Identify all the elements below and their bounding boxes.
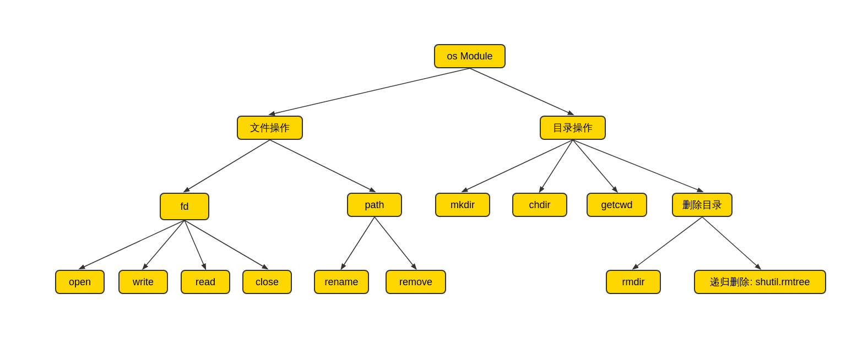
node-remove: remove	[386, 270, 446, 294]
svg-line-8	[80, 220, 185, 269]
svg-line-14	[633, 217, 702, 269]
svg-line-2	[185, 140, 270, 192]
svg-line-15	[702, 217, 760, 269]
node-file_ops: 文件操作	[237, 116, 303, 140]
node-chdir: chdir	[512, 193, 567, 217]
node-open: open	[55, 270, 105, 294]
node-dir_ops: 目录操作	[540, 116, 606, 140]
svg-line-6	[573, 140, 617, 192]
node-write: write	[118, 270, 168, 294]
node-rmdir: rmdir	[606, 270, 661, 294]
svg-line-10	[185, 220, 205, 269]
svg-line-12	[341, 217, 375, 269]
node-fd: fd	[160, 193, 209, 220]
node-mkdir: mkdir	[435, 193, 490, 217]
node-recursive_delete: 递归删除: shutil.rmtree	[694, 270, 826, 294]
node-rename: rename	[314, 270, 369, 294]
svg-line-7	[573, 140, 702, 192]
node-getcwd: getcwd	[587, 193, 647, 217]
node-path: path	[347, 193, 402, 217]
node-close: close	[242, 270, 292, 294]
node-read: read	[181, 270, 230, 294]
svg-line-9	[143, 220, 185, 269]
node-delete_dir: 删除目录	[672, 193, 733, 217]
svg-line-0	[270, 68, 470, 115]
svg-line-1	[470, 68, 573, 115]
node-root: os Module	[434, 44, 506, 68]
svg-line-3	[270, 140, 375, 192]
svg-line-13	[375, 217, 416, 269]
svg-line-11	[185, 220, 267, 269]
